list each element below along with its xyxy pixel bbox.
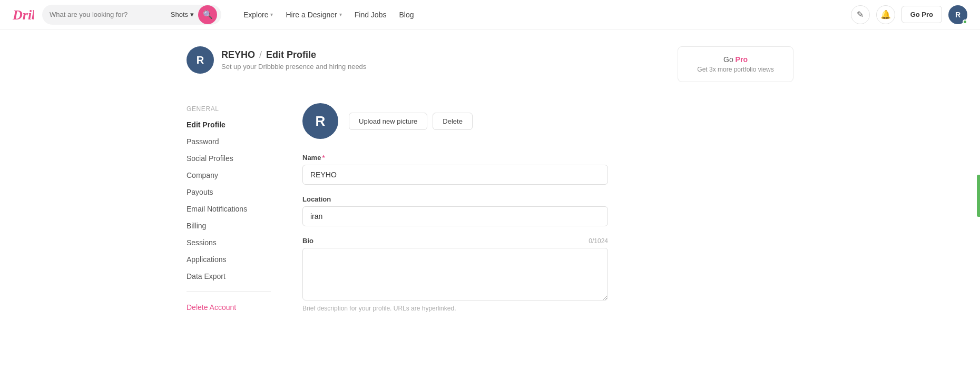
name-label: Name* [302,154,608,162]
header: Dribbble Shots ▾ 🔍 Explore ▾ Hire a Desi… [0,0,980,29]
bell-icon: 🔔 [880,9,891,19]
search-button[interactable]: 🔍 [198,5,217,24]
upload-picture-button[interactable]: Upload new picture [349,113,427,130]
nav-hire-label: Hire a Designer [286,11,337,19]
nav-find-jobs[interactable]: Find Jobs [349,7,392,22]
location-input[interactable] [302,206,608,226]
svg-text:Dribbble: Dribbble [13,7,34,23]
bio-helper-text: Brief description for your profile. URLs… [302,305,608,312]
nav-hire-designer[interactable]: Hire a Designer ▾ [280,7,347,22]
search-icon: 🔍 [203,10,213,19]
sidebar-item-billing[interactable]: Billing [187,218,271,234]
bio-label-text: Bio [302,237,313,245]
pro-upgrade-card[interactable]: Go Pro Get 3x more portfolio views [678,46,793,82]
page-header-text: REYHO / Edit Profile Set up your Dribbbl… [221,49,366,71]
pro-card-prefix: Go [723,55,733,64]
nav-blog-label: Blog [399,11,414,19]
pro-card-subtitle: Get 3x more portfolio views [691,66,780,73]
avatar-row: R Upload new picture Delete [302,103,608,139]
shots-dropdown-btn[interactable]: Shots ▾ [166,8,198,21]
user-avatar-initial: R [955,11,961,19]
sidebar-divider [187,292,271,292]
sidebar-item-social-profiles[interactable]: Social Profiles [187,151,271,166]
nav-explore-chevron-icon: ▾ [270,12,273,17]
page-subtitle: Set up your Dribbble presence and hiring… [221,63,366,71]
sidebar-item-payouts[interactable]: Payouts [187,184,271,200]
sidebar-item-applications[interactable]: Applications [187,252,271,267]
sidebar-item-email-notifications[interactable]: Email Notifications [187,201,271,217]
sidebar-item-password[interactable]: Password [187,134,271,149]
pro-card-title: Go Pro [691,55,780,64]
user-avatar-header[interactable]: R [948,5,967,24]
bio-char-count: 0/1024 [589,237,608,245]
delete-picture-button[interactable]: Delete [433,113,473,130]
sidebar-item-company[interactable]: Company [187,167,271,183]
messages-button[interactable]: ✎ [851,5,870,24]
breadcrumb-separator: / [259,49,262,61]
page-header-avatar-initial: R [197,54,204,66]
dribbble-logo[interactable]: Dribbble [13,7,34,23]
nav-explore[interactable]: Explore ▾ [238,7,278,22]
go-pro-button[interactable]: Go Pro [901,6,942,23]
nav-explore-label: Explore [243,11,268,19]
form-avatar: R [302,103,338,139]
sidebar: General Edit Profile Password Social Pro… [187,103,271,323]
nav-jobs-label: Find Jobs [355,11,387,19]
bio-label: Bio [302,237,313,245]
bio-header: Bio 0/1024 [302,237,608,245]
nav-blog[interactable]: Blog [394,7,419,22]
name-field-group: Name* [302,154,608,185]
location-label: Location [302,195,608,203]
location-label-text: Location [302,195,331,203]
avatar-buttons: Upload new picture Delete [349,113,473,130]
page-container: R REYHO / Edit Profile Set up your Dribb… [174,29,806,339]
page-header: R REYHO / Edit Profile Set up your Dribb… [187,46,793,82]
breadcrumb-username[interactable]: REYHO [221,49,255,61]
sidebar-section-label: General [187,105,271,113]
form-avatar-initial: R [316,113,326,129]
scroll-indicator [977,175,980,217]
content-area: General Edit Profile Password Social Pro… [187,103,793,323]
breadcrumb: REYHO / Edit Profile [221,49,366,61]
breadcrumb-current-page: Edit Profile [266,49,316,61]
shots-label: Shots [171,11,188,18]
search-input[interactable] [50,11,166,18]
nav-hire-chevron-icon: ▾ [339,12,342,17]
messages-icon: ✎ [857,9,864,19]
main-form: R Upload new picture Delete Name* Locati… [302,103,608,323]
search-bar: Shots ▾ 🔍 [42,5,221,25]
name-label-text: Name [302,154,321,162]
name-required-marker: * [322,154,325,162]
online-status-dot [963,19,967,24]
sidebar-item-edit-profile[interactable]: Edit Profile [187,117,271,133]
sidebar-item-delete-account[interactable]: Delete Account [187,299,271,315]
sidebar-item-sessions[interactable]: Sessions [187,235,271,250]
notifications-button[interactable]: 🔔 [876,5,895,24]
shots-chevron-icon: ▾ [190,11,194,18]
location-field-group: Location [302,195,608,226]
bio-textarea[interactable] [302,248,608,300]
page-header-left: R REYHO / Edit Profile Set up your Dribb… [187,46,366,74]
page-header-avatar: R [187,46,214,74]
bio-field-group: Bio 0/1024 Brief description for your pr… [302,237,608,312]
name-input[interactable] [302,165,608,185]
header-right: ✎ 🔔 Go Pro R [851,5,967,24]
main-nav: Explore ▾ Hire a Designer ▾ Find Jobs Bl… [238,7,851,22]
sidebar-item-data-export[interactable]: Data Export [187,268,271,284]
pro-card-highlight: Pro [736,55,748,64]
